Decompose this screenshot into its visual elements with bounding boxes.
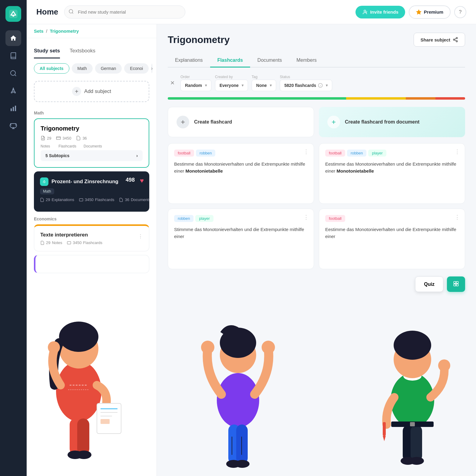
svg-rect-6	[15, 106, 16, 111]
quiz-button[interactable]: Quiz	[415, 276, 443, 292]
meta-notes: 29	[41, 136, 51, 140]
created-by-filter: Created by Everyone ▾	[215, 75, 248, 91]
svg-rect-25	[456, 284, 458, 286]
filters-row: ✕ Order Random ▾ Created by Everyone ▾	[168, 75, 465, 91]
sidebar-item-rocket[interactable]	[5, 83, 21, 99]
heart-icon: ♥	[140, 177, 144, 185]
flashcard-2[interactable]: football robben player ⋮ Eestimme das Mo…	[319, 143, 465, 204]
svg-rect-23	[456, 282, 458, 284]
create-from-doc-button[interactable]: + Create flashcard from document	[319, 107, 465, 137]
app-logo[interactable]	[5, 6, 21, 22]
invite-friends-button[interactable]: Invite friends	[355, 6, 405, 18]
tab-flashcards[interactable]: Flashcards	[210, 54, 250, 68]
sidebar-item-chart[interactable]	[5, 101, 21, 116]
svg-point-2	[11, 71, 15, 75]
tab-members[interactable]: Members	[289, 54, 324, 68]
rp-tabs: Explanations Flashcards Documents Member…	[168, 54, 465, 68]
topbar-actions: Invite friends Premium ?	[355, 5, 466, 19]
tab-explanations[interactable]: Explanations	[168, 54, 210, 68]
svg-line-20	[455, 38, 456, 39]
sidebar-item-search[interactable]	[5, 65, 21, 81]
tag-robben[interactable]: robben	[196, 150, 215, 157]
filter-more[interactable]: ›	[151, 64, 153, 73]
premium-button[interactable]: Premium	[409, 5, 451, 19]
tag-football[interactable]: football	[174, 150, 194, 157]
search-input[interactable]	[64, 5, 185, 18]
clear-filter-button[interactable]: ✕	[168, 78, 177, 88]
share-subject-button[interactable]: Share subject	[414, 33, 465, 47]
sidebar-item-home[interactable]	[5, 30, 21, 46]
tag-robben-2[interactable]: robben	[347, 150, 366, 157]
quiz-icon-button[interactable]	[447, 276, 465, 292]
meta-documents-dark: 36 Documents	[119, 197, 149, 202]
card-icon	[40, 177, 48, 186]
sidebar	[0, 0, 27, 476]
rp-header: Trigonometry Share subject	[168, 33, 465, 47]
flashcard-1[interactable]: football robben ⋮ Bestimme das Monotonie…	[168, 143, 314, 204]
progress-green	[168, 97, 346, 100]
panel-header: Study sets Textsbooks	[27, 38, 157, 58]
card-extra[interactable]	[34, 255, 149, 273]
tag-select[interactable]: None ▾	[252, 80, 276, 91]
sidebar-item-book[interactable]	[5, 48, 21, 64]
fc2-options[interactable]: ⋮	[455, 148, 460, 155]
sidebar-nav	[0, 30, 27, 134]
filter-math[interactable]: Math	[72, 63, 93, 74]
fc3-options[interactable]: ⋮	[303, 214, 309, 220]
tag-player-3[interactable]: player	[195, 215, 213, 222]
tag-robben-3[interactable]: robben	[174, 215, 193, 222]
help-button[interactable]: ?	[454, 6, 466, 18]
chevron-down-icon-4: ▾	[326, 83, 328, 88]
card-texte[interactable]: Texte interpretieren ⋮ 29 Notes 3	[34, 224, 149, 251]
create-flashcard-button[interactable]: + Create flashcard	[168, 107, 314, 137]
fc4-text: Eestimme das Monotonieverhalten und die …	[325, 226, 459, 240]
svg-point-17	[453, 39, 455, 41]
chevron-down-icon-3: ▾	[270, 83, 272, 88]
status-filter: Status 5820 flashcards ▾	[280, 75, 332, 91]
card-texte-title: Texte interpretieren	[40, 232, 88, 238]
card-prozent-title: Prozent- und Zinsrechnung	[51, 179, 118, 185]
tab-documents[interactable]: Documents	[250, 54, 289, 68]
progress-bar	[168, 97, 465, 100]
meta-documents: 36	[76, 136, 87, 140]
created-by-select[interactable]: Everyone ▾	[215, 80, 248, 91]
subtopics-button[interactable]: 5 Subtopics ›	[41, 150, 143, 161]
card-prozent[interactable]: 498 ♥ Prozent- und Zinsrechnung Math	[34, 171, 149, 212]
fc1-options[interactable]: ⋮	[303, 148, 309, 155]
card-options-icon[interactable]: ⋮	[138, 233, 143, 239]
fc1-tags: football robben	[174, 150, 308, 157]
tag-player-2[interactable]: player	[368, 150, 386, 157]
card-texte-meta: 29 Notes 3450 Flashcards	[40, 240, 143, 245]
tab-textbooks[interactable]: Textsbooks	[70, 44, 95, 58]
flashcard-4[interactable]: football ⋮ Eestimme das Monotonieverhalt…	[319, 209, 465, 269]
order-select[interactable]: Random ▾	[180, 80, 211, 91]
card-points: 498	[126, 177, 135, 183]
fc2-tags: football robben player	[325, 150, 459, 157]
flashcard-3[interactable]: robben player ⋮ Stimmme das Monotoniever…	[168, 209, 314, 269]
sidebar-item-trophy[interactable]	[5, 118, 21, 134]
tag-football-4[interactable]: football	[325, 215, 345, 222]
search-bar	[64, 5, 185, 18]
fc4-options[interactable]: ⋮	[455, 214, 460, 220]
card-trigonometry[interactable]: Trigonometry 29 3450	[34, 118, 149, 168]
svg-point-13	[44, 182, 45, 183]
fc2-text: Eestimme das Monotonieverhalten und die …	[325, 161, 459, 174]
search-icon	[68, 9, 74, 15]
tag-filter: Tag None ▾	[252, 75, 276, 91]
filter-all-subjects[interactable]: All subjects	[34, 63, 69, 74]
svg-rect-24	[454, 284, 456, 286]
breadcrumb-parent[interactable]: Sets	[34, 28, 44, 34]
plus-icon-teal: +	[327, 116, 340, 128]
tag-football-2[interactable]: football	[325, 150, 345, 157]
page-title: Home	[36, 7, 58, 17]
content-area: Sets / Trigonometry Study sets Textsbook…	[27, 24, 476, 476]
status-select[interactable]: 5820 flashcards ▾	[280, 80, 332, 91]
meta-texte-flashcards: 3450 Flashcards	[67, 240, 102, 245]
filter-german[interactable]: German	[95, 63, 122, 74]
svg-point-16	[456, 38, 458, 39]
progress-orange	[406, 97, 435, 100]
order-filter: Order Random ▾	[180, 75, 211, 91]
tab-study-sets[interactable]: Study sets	[34, 44, 60, 58]
add-subject-button[interactable]: + Add subject	[34, 81, 149, 102]
filter-economics[interactable]: Econoi	[124, 63, 149, 74]
